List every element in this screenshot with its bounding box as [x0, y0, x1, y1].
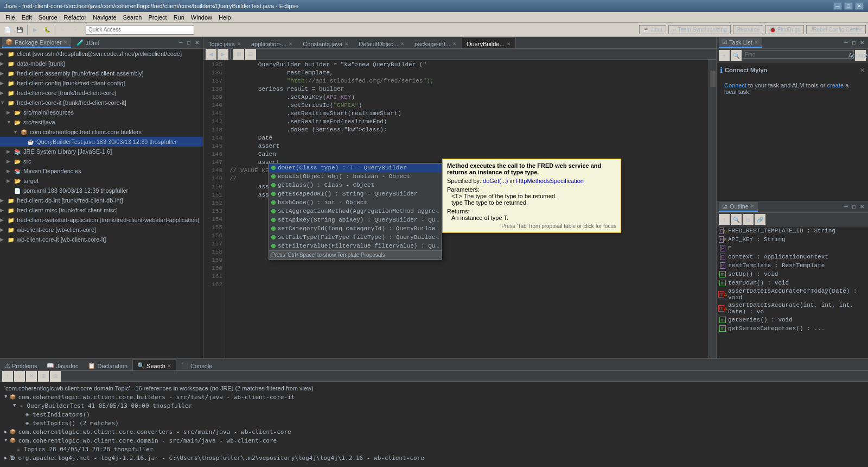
package-explorer-close[interactable]: ✕	[63, 40, 68, 45]
code-line[interactable]: .doGet (Seriess."kw">class);	[229, 126, 704, 134]
tree-item[interactable]: 📄pom.xml 183 30/03/13 12:39 thospfuller	[0, 186, 203, 195]
tree-item[interactable]: ☕QueryBuilderTest.java 183 30/03/13 12:3…	[0, 137, 203, 147]
outline-filter-button[interactable]: 🔍	[731, 214, 742, 225]
tree-item[interactable]: ▶📁fred-client-config [trunk/fred-client-…	[0, 78, 203, 88]
editor-tab[interactable]: Topic.java✕	[203, 37, 246, 48]
tree-item[interactable]: ▶📁wb-client-core [wb-client-core]	[0, 225, 203, 235]
maximize-button[interactable]: □	[844, 2, 853, 10]
tab-close-icon[interactable]: ✕	[452, 41, 457, 47]
bottom-tab-javadoc[interactable]: 📖 Javadoc	[42, 359, 83, 370]
minimize-panel-button[interactable]: ─	[177, 39, 184, 46]
result-item[interactable]: ▼ 📦 com.coherentlogic.wb.client.core.bui…	[2, 393, 866, 401]
search-next-button[interactable]: ↓	[14, 371, 25, 382]
tree-item[interactable]: ▶📁fred-client-db-int [trunk/fred-client-…	[0, 195, 203, 205]
result-item[interactable]: ▼ 📦 com.coherentlogic.wb.client.core.dom…	[2, 436, 866, 445]
tree-item[interactable]: ▼📂src/test/java	[0, 117, 203, 127]
scrollbar-thumb[interactable]	[710, 71, 716, 87]
outline-item[interactable]: FSAPI_KEY : String	[717, 235, 868, 244]
prev-edit-button[interactable]: ◀	[206, 49, 216, 60]
search-collapse-button[interactable]: ⊟	[50, 371, 61, 382]
autocomplete-popup[interactable]: doGet(Class type) : T - QueryBuilderequa…	[269, 163, 442, 260]
tab-close-icon[interactable]: ✕	[237, 41, 241, 47]
activate-task-button[interactable]: Activate...	[855, 50, 866, 61]
code-line[interactable]: .setApiKey(API_KEY)	[229, 93, 704, 102]
task-list-maximize[interactable]: □	[851, 39, 857, 46]
menu-item-source[interactable]: Source	[35, 13, 61, 22]
bottom-tab-problems[interactable]: ⚠ Problems	[0, 359, 42, 370]
code-line[interactable]: QueryBuilder builder = "kw">new QueryBui…	[229, 61, 704, 69]
create-link[interactable]: create	[827, 82, 844, 89]
autocomplete-list[interactable]: doGet(Class type) : T - QueryBuilderequa…	[269, 163, 442, 250]
new-task-button[interactable]: +	[719, 50, 730, 61]
editor-tab[interactable]: Constants.java✕	[298, 37, 354, 48]
expand-all-button[interactable]: ⊞	[233, 49, 244, 60]
tab-close-icon[interactable]: ✕	[400, 41, 405, 47]
menu-item-edit[interactable]: Edit	[18, 13, 35, 22]
tree-item[interactable]: ▼📦com.coherentlogic.fred.client.core.bui…	[0, 127, 203, 137]
collapse-all-button[interactable]: ⊟	[245, 49, 256, 60]
code-line[interactable]: .setRealtimeEnd(realtimeEnd)	[229, 118, 704, 126]
outline-item[interactable]: FSFRED_REST_TEMPLATE_ID : String	[717, 226, 868, 235]
result-item[interactable]: ▶ 📦 com.coherentlogic.wb.client.core.con…	[2, 427, 866, 436]
code-line[interactable]: .setRealtimeStart(realtimeStart)	[229, 110, 704, 118]
task-find-input[interactable]	[743, 50, 854, 59]
next-edit-button[interactable]: ▶	[218, 49, 228, 60]
code-line[interactable]: restTemplate,	[229, 69, 704, 77]
search-expand-button[interactable]: ⊞	[38, 371, 49, 382]
tab-task-list[interactable]: ☑ Task List ✕	[719, 37, 762, 48]
mylyn-close-btn[interactable]: ✕	[860, 67, 865, 74]
autocomplete-item[interactable]: doGet(Class type) : T - QueryBuilder	[269, 163, 442, 172]
outline-collapse-button[interactable]: ⊟	[743, 214, 754, 225]
tab-package-explorer[interactable]: 📦 Package Explorer ✕	[2, 37, 71, 48]
tree-item[interactable]: ▼📁fred-client-core-it [trunk/fred-client…	[0, 98, 203, 108]
connect-link[interactable]: Connect	[724, 82, 746, 89]
menu-item-window[interactable]: Window	[188, 13, 215, 22]
tree-item[interactable]: ▶📂target	[0, 176, 203, 186]
code-line[interactable]: .setSeriesId("GNPCA")	[229, 102, 704, 110]
tree-item[interactable]: ▶📁client [svn ssh://thospfuller@svn.code…	[0, 49, 203, 59]
code-line[interactable]: assert	[229, 142, 704, 150]
tab-close-icon[interactable]: ✕	[344, 41, 349, 47]
new-button[interactable]: 📄	[2, 24, 13, 35]
outline-item[interactable]: mtearDown() : void	[717, 279, 868, 287]
result-item[interactable]: ▶ 🗜 org.apache.log4j.net - log4j-1.2.16.…	[2, 453, 866, 462]
bottom-tab-declaration[interactable]: 📋 Declaration	[83, 359, 132, 370]
findbugs-button[interactable]: 🐞 FindBugs	[765, 25, 804, 34]
search-prev-button[interactable]: ↑	[2, 371, 13, 382]
editor-tab[interactable]: application-...✕	[246, 37, 298, 48]
outline-item[interactable]: FrestTemplate : RestTemplate	[717, 261, 868, 270]
tree-item[interactable]: ▶📁fred-client-core [trunk/fred-client-co…	[0, 88, 203, 98]
autocomplete-item[interactable]: getClass() : Class - Object	[269, 181, 442, 190]
outline-item[interactable]: msetUp() : void	[717, 270, 868, 279]
outline-minimize[interactable]: ─	[843, 203, 850, 210]
tree-item[interactable]: ▶📁fred-client-assembly [trunk/fred-clien…	[0, 68, 203, 78]
editor-tab[interactable]: package-inf...✕	[410, 37, 462, 48]
outline-maximize[interactable]: □	[851, 203, 857, 210]
tree-item[interactable]: ▶📁wb-client-core-it [wb-client-core-it]	[0, 235, 203, 244]
result-item[interactable]: ▼ ☕ QueryBuilderTest 41 05/05/13 00:00 t…	[2, 401, 866, 410]
menu-item-refactor[interactable]: Refactor	[61, 13, 90, 22]
filter-task-button[interactable]: 🔍	[731, 50, 742, 61]
task-list-close[interactable]: ✕	[754, 40, 758, 45]
search-stop-button[interactable]: ✕	[26, 371, 37, 382]
menu-item-navigate[interactable]: Navigate	[90, 13, 119, 22]
outline-close-btn[interactable]: ✕	[858, 203, 866, 210]
editor-tab[interactable]: DefaultObjec...✕	[354, 37, 410, 48]
code-line[interactable]: Seriess result = builder	[229, 85, 704, 93]
team-sync-button[interactable]: ⇄ Team Synchronizing	[668, 25, 731, 34]
tab-outline[interactable]: 🗂 Outline ✕	[719, 202, 758, 212]
back-button[interactable]: ←	[58, 24, 68, 35]
jrebel-button[interactable]: JRebel Config Center	[806, 25, 866, 34]
autocomplete-item[interactable]: equals(Object obj) : boolean - Object	[269, 172, 442, 181]
autocomplete-item[interactable]: setFilterValue(FilterValue filterValue) …	[269, 242, 442, 250]
tooltip-specified-by-link[interactable]: doGet(...)	[483, 178, 508, 184]
forward-button[interactable]: →	[69, 24, 80, 35]
quick-access-input[interactable]	[86, 25, 194, 35]
close-button[interactable]: ✕	[855, 2, 864, 10]
outline-item[interactable]: m△assertDateIsAccurate(int, int, int, Da…	[717, 301, 868, 315]
task-list-close-btn[interactable]: ✕	[858, 39, 866, 46]
task-list-minimize[interactable]: ─	[843, 39, 850, 46]
outline-sort-button[interactable]: ↕	[719, 214, 730, 225]
outline-item[interactable]: mgetSeriesCategories() : ...	[717, 324, 868, 333]
autocomplete-item[interactable]: setFileType(FileType fileType) : QueryBu…	[269, 233, 442, 242]
